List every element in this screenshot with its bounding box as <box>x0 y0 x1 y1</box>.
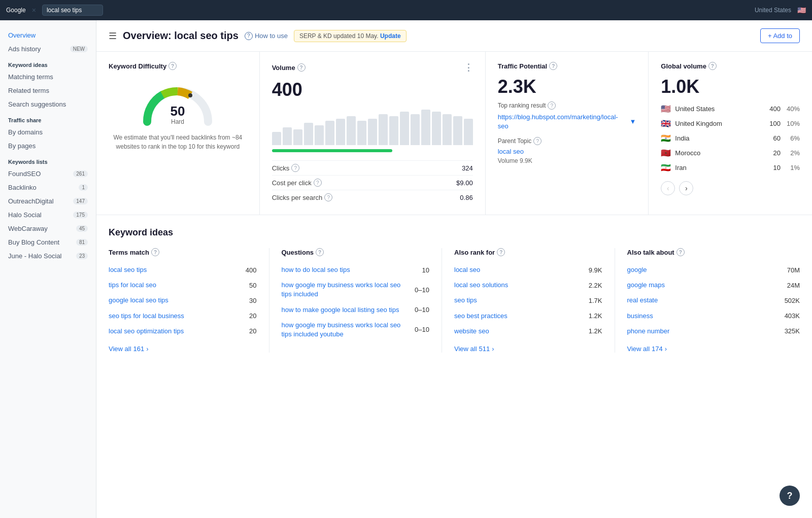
global-volume-card: Global volume ? 1.0K 🇺🇸 United States 40… <box>649 52 812 215</box>
keyword-volume: 0–10 <box>409 286 429 294</box>
sidebar-item-ads-history[interactable]: Ads history NEW <box>0 42 96 56</box>
also-talk-view-all[interactable]: View all 174 › <box>627 345 800 353</box>
keyword-link[interactable]: how to make google local listing seo tip… <box>282 305 410 315</box>
clicks-help-icon[interactable]: ? <box>291 164 299 172</box>
keyword-link[interactable]: tips for local seo <box>109 281 236 290</box>
sidebar-item-backlinko[interactable]: Backlinko1 <box>0 181 96 194</box>
keyword-row: website seo 1.2K <box>454 324 602 339</box>
bar-item <box>315 125 324 145</box>
top-ranking-link[interactable]: https://blog.hubspot.com/marketing/local… <box>498 113 636 131</box>
sidebar-item-outreachdigital[interactable]: OutreachDigital147 <box>0 194 96 208</box>
keyword-row: seo best practices 1.2K <box>454 308 602 324</box>
keyword-row: seo tips for local business 20 <box>109 308 257 324</box>
sidebar: Overview Ads history NEW Keyword ideas M… <box>0 20 96 518</box>
hamburger-icon[interactable]: ☰ <box>109 30 117 42</box>
sidebar-item-matching-terms[interactable]: Matching terms <box>0 70 96 84</box>
question-circle-icon: ? <box>245 32 253 40</box>
keyword-link[interactable]: phone number <box>627 327 780 336</box>
next-arrow[interactable]: › <box>679 181 693 195</box>
keyword-link[interactable]: how to do local seo tips <box>282 265 410 274</box>
keyword-link[interactable]: how google my business works local seo t… <box>282 321 410 339</box>
keyword-link[interactable]: local seo tips <box>109 265 236 274</box>
cps-help-icon[interactable]: ? <box>324 193 332 201</box>
sidebar-item-foundseo[interactable]: FoundSEO261 <box>0 167 96 181</box>
parent-topic-volume: Volume 9.9K <box>498 157 636 164</box>
add-to-button[interactable]: + Add to <box>760 28 800 43</box>
country-flag-icon: 🇲🇦 <box>661 148 671 158</box>
parent-topic-help-icon[interactable]: ? <box>533 137 542 145</box>
svg-point-0 <box>188 93 192 97</box>
sidebar-item-overview[interactable]: Overview <box>0 28 96 42</box>
cpc-help-icon[interactable]: ? <box>314 179 322 187</box>
keyword-link[interactable]: google local seo tips <box>109 296 236 305</box>
bar-item <box>368 119 377 146</box>
keyword-link[interactable]: how google my business works local seo t… <box>282 281 410 299</box>
country-pct: 40% <box>785 105 800 113</box>
sidebar-item-related-terms[interactable]: Related terms <box>0 84 96 97</box>
gauge-chart: 50 Hard <box>137 76 218 127</box>
also-rank-help-icon[interactable]: ? <box>497 248 505 256</box>
keyword-volume: 1.2K <box>582 327 602 335</box>
keyword-link[interactable]: seo tips for local business <box>109 312 236 321</box>
bar-item <box>347 116 356 145</box>
gauge-container: 50 Hard <box>109 76 247 127</box>
sidebar-item-buy-blog-content[interactable]: Buy Blog Content81 <box>0 235 96 249</box>
gv-value: 1.0K <box>661 76 800 97</box>
keyword-link[interactable]: local seo optimization tips <box>109 327 236 336</box>
sidebar-item-june-halo-social[interactable]: June - Halo Social23 <box>0 249 96 263</box>
keyword-volume: 1.2K <box>582 312 602 320</box>
country-row: 🇮🇳 India 60 6% <box>661 131 800 146</box>
top-ranking-help-icon[interactable]: ? <box>548 101 556 110</box>
bar-item <box>304 123 313 145</box>
keyword-volume: 24M <box>780 282 800 289</box>
keyword-row: how to make google local listing seo tip… <box>282 302 430 318</box>
kd-help-icon[interactable]: ? <box>168 62 177 70</box>
keyword-volume: 1.7K <box>582 297 602 304</box>
top-ranking-label: Top ranking result ? <box>498 101 636 110</box>
app-layout: Overview Ads history NEW Keyword ideas M… <box>0 20 812 518</box>
also-rank-view-all[interactable]: View all 511 › <box>454 345 602 353</box>
keyword-link[interactable]: local seo solutions <box>454 281 582 290</box>
also-talk-help-icon[interactable]: ? <box>676 248 685 256</box>
terms-match-help-icon[interactable]: ? <box>151 248 159 256</box>
keyword-link[interactable]: real estate <box>627 296 780 305</box>
parent-topic-link[interactable]: local seo <box>498 148 524 155</box>
sidebar-item-search-suggestions[interactable]: Search suggestions <box>0 97 96 111</box>
country-pct: 2% <box>785 149 800 157</box>
top-search-input[interactable] <box>42 5 103 16</box>
sidebar-item-halo-social[interactable]: Halo Social175 <box>0 208 96 222</box>
volume-help-icon[interactable]: ? <box>297 63 306 72</box>
country-row: 🇮🇷 Iran 10 1% <box>661 160 800 175</box>
keyword-link[interactable]: seo tips <box>454 296 582 305</box>
keyword-link[interactable]: business <box>627 312 780 321</box>
sidebar-item-webcaraway[interactable]: WebCaraway45 <box>0 222 96 235</box>
location-selector[interactable]: United States <box>755 7 791 14</box>
country-name: Iran <box>675 164 759 171</box>
help-button[interactable]: ? <box>780 486 800 506</box>
terms-match-view-all[interactable]: View all 161 › <box>109 345 257 353</box>
keyword-link[interactable]: google <box>627 265 780 274</box>
volume-bar-chart <box>272 105 473 152</box>
how-to-use-button[interactable]: ? How to use <box>245 32 288 40</box>
keyword-row: local seo solutions 2.2K <box>454 278 602 293</box>
country-flag-icon: 🇮🇷 <box>661 163 671 172</box>
keyword-link[interactable]: google maps <box>627 281 780 290</box>
keyword-volume: 10 <box>409 266 429 274</box>
gv-label: Global volume ? <box>661 62 800 70</box>
gv-help-icon[interactable]: ? <box>708 62 717 70</box>
brand-label[interactable]: Google <box>6 7 26 14</box>
questions-help-icon[interactable]: ? <box>316 248 324 256</box>
kd-description: We estimate that you'll need backlinks f… <box>109 133 247 151</box>
sidebar-item-by-domains[interactable]: By domains <box>0 125 96 139</box>
prev-arrow[interactable]: ‹ <box>661 181 675 195</box>
keyword-link[interactable]: local seo <box>454 265 582 274</box>
volume-value: 400 <box>272 79 473 100</box>
update-link[interactable]: Update <box>380 32 401 40</box>
volume-more-icon[interactable]: ⋮ <box>464 62 473 73</box>
sidebar-item-by-pages[interactable]: By pages <box>0 139 96 153</box>
keyword-link[interactable]: website seo <box>454 327 582 336</box>
bar-item <box>400 112 409 145</box>
bar-item <box>325 121 334 145</box>
tp-help-icon[interactable]: ? <box>549 62 557 70</box>
keyword-link[interactable]: seo best practices <box>454 312 582 321</box>
